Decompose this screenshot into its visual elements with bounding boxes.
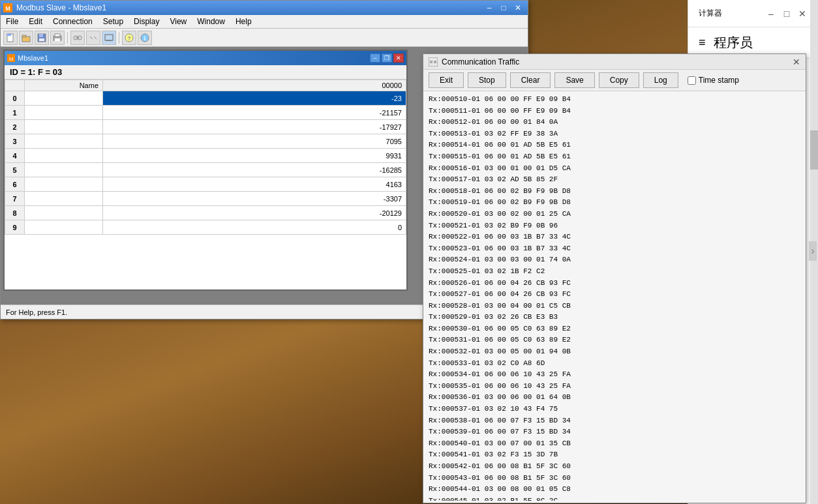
log-line: Rx:000520-01 03 00 02 00 01 25 CA <box>429 209 800 220</box>
table-row: 49931 <box>5 149 406 163</box>
row-name <box>25 177 103 192</box>
row-name <box>25 149 103 163</box>
comm-traffic-window: Communication Traffic ✕ Exit Stop Clear … <box>423 53 806 503</box>
log-line: Tx:000521-01 03 02 B9 F9 0B 96 <box>429 220 800 232</box>
app-win-controls: – □ ✕ <box>482 1 525 15</box>
row-index: 8 <box>5 206 25 220</box>
toolbar-help-btn[interactable]: ? <box>122 31 136 45</box>
svg-text:?: ? <box>127 35 131 42</box>
menu-setup[interactable]: Setup <box>98 15 129 28</box>
row-index: 2 <box>5 120 25 134</box>
comm-titlebar: Communication Traffic ✕ <box>423 54 806 70</box>
menu-window[interactable]: Window <box>192 15 230 28</box>
row-value: 9931 <box>103 149 406 163</box>
app-max-btn[interactable]: □ <box>496 1 511 15</box>
log-line: Rx:000540-01 03 00 07 00 01 35 CB <box>429 438 800 450</box>
row-index: 1 <box>5 106 25 120</box>
comm-exit-btn[interactable]: Exit <box>429 72 464 88</box>
log-line: Tx:000513-01 03 02 FF E9 38 3A <box>429 128 800 140</box>
calc-titlebar: 计算器 – □ ✕ <box>688 0 818 27</box>
toolbar-save-btn[interactable] <box>35 31 49 45</box>
svg-line-16 <box>94 37 97 39</box>
scroll-arrow-right: › <box>809 241 817 261</box>
menu-connection[interactable]: Connection <box>48 15 98 28</box>
mbslave1-title-text: Mbslave1 <box>18 54 48 62</box>
svg-rect-27 <box>434 61 436 63</box>
mbslave1-min-btn[interactable]: – <box>370 53 380 63</box>
toolbar-disconnect-btn[interactable] <box>86 31 100 45</box>
menu-edit[interactable]: Edit <box>23 15 48 28</box>
comm-log-area[interactable]: Rx:000510-01 06 00 00 FF E9 09 B4Tx:0005… <box>423 91 806 501</box>
log-line: Rx:000526-01 06 00 04 26 CB 93 FC <box>429 278 800 289</box>
app-min-btn[interactable]: – <box>482 1 496 15</box>
toolbar-print-btn[interactable] <box>50 31 65 45</box>
mbslave1-close-btn[interactable]: ✕ <box>393 53 404 63</box>
row-name <box>25 192 103 206</box>
log-line: Rx:000532-01 03 00 05 00 01 94 0B <box>429 346 800 358</box>
row-value: -21157 <box>103 106 406 120</box>
svg-line-15 <box>90 37 93 39</box>
svg-rect-11 <box>55 38 60 41</box>
comm-save-btn[interactable]: Save <box>554 72 594 88</box>
mbslave1-titlebar: M Mbslave1 – ❐ ✕ <box>5 51 406 65</box>
app-title-left: M Modbus Slave - Mbslave1 <box>3 3 106 12</box>
timestamp-checkbox[interactable] <box>688 76 696 85</box>
comm-clear-btn[interactable]: Clear <box>510 72 551 88</box>
comm-copy-btn[interactable]: Copy <box>599 72 639 88</box>
row-index: 3 <box>5 134 25 149</box>
mbslave1-restore-btn[interactable]: ❐ <box>382 53 392 63</box>
table-row: 0-23 <box>5 91 406 106</box>
toolbar-new-btn[interactable] <box>3 31 18 45</box>
log-line: Tx:000525-01 03 02 1B F2 C2 <box>429 266 800 278</box>
menu-display[interactable]: Display <box>129 15 164 28</box>
log-line: Tx:000537-01 03 02 10 43 F4 75 <box>429 404 800 415</box>
status-left: For Help, press F1. <box>6 308 67 316</box>
svg-rect-3 <box>7 34 11 36</box>
row-value: -16285 <box>103 163 406 177</box>
comm-log-btn[interactable]: Log <box>643 72 678 88</box>
timestamp-label[interactable]: Time stamp <box>688 76 739 85</box>
toolbar-connect-btn[interactable] <box>70 31 85 45</box>
calc-min-btn[interactable]: – <box>766 8 776 19</box>
log-line: Rx:000534-01 06 00 06 10 43 25 FA <box>429 369 800 381</box>
table-row: 8-20129 <box>5 206 406 220</box>
mbslave1-title-left: M Mbslave1 <box>7 54 48 62</box>
menu-view[interactable]: View <box>164 15 192 28</box>
log-line: Tx:000517-01 03 02 AD 5B 85 2F <box>429 174 800 186</box>
scrollbar-thumb[interactable] <box>810 130 818 170</box>
toolbar-about-btn[interactable]: i <box>138 31 152 45</box>
row-value: -23 <box>103 91 406 106</box>
log-line: Tx:000541-01 03 02 F3 15 3D 7B <box>429 449 800 461</box>
log-line: Rx:000544-01 03 00 08 00 01 05 C8 <box>429 484 800 496</box>
calc-close-btn[interactable]: ✕ <box>797 8 808 19</box>
menu-help[interactable]: Help <box>230 15 257 28</box>
data-table-container: Name 00000 0-231-211572-1792737095499315… <box>5 80 406 235</box>
mbslave1-win-controls: – ❐ ✕ <box>370 53 404 63</box>
comm-stop-btn[interactable]: Stop <box>468 72 506 88</box>
app-close-btn[interactable]: ✕ <box>511 1 525 15</box>
log-line: Rx:000510-01 06 00 00 FF E9 09 B4 <box>429 94 800 106</box>
row-name <box>25 163 103 177</box>
toolbar-monitor-btn[interactable] <box>102 31 116 45</box>
log-line: Tx:000527-01 06 00 04 26 CB 93 FC <box>429 289 800 301</box>
row-value: 4163 <box>103 177 406 192</box>
calc-max-btn[interactable]: □ <box>781 8 792 19</box>
calc-title: 计算器 <box>699 8 722 19</box>
toolbar-sep-1 <box>67 32 68 44</box>
mbslave1-icon: M <box>7 54 15 62</box>
log-line: Rx:000530-01 06 00 05 C0 63 89 E2 <box>429 323 800 335</box>
svg-rect-26 <box>430 61 432 63</box>
log-line: Tx:000531-01 06 00 05 C0 63 89 E2 <box>429 334 800 346</box>
table-row: 64163 <box>5 177 406 192</box>
app-toolbar: ? i <box>1 29 528 47</box>
table-row: 1-21157 <box>5 106 406 120</box>
log-line: Rx:000512-01 06 00 00 01 84 0A <box>429 117 800 128</box>
comm-close-btn[interactable]: ✕ <box>793 57 800 67</box>
row-name <box>25 106 103 120</box>
toolbar-open-btn[interactable] <box>19 31 33 45</box>
menu-file[interactable]: File <box>1 15 23 28</box>
svg-rect-8 <box>39 38 44 41</box>
calc-hamburger-icon[interactable]: ≡ <box>699 36 706 50</box>
row-name <box>25 220 103 235</box>
row-value: -17927 <box>103 120 406 134</box>
